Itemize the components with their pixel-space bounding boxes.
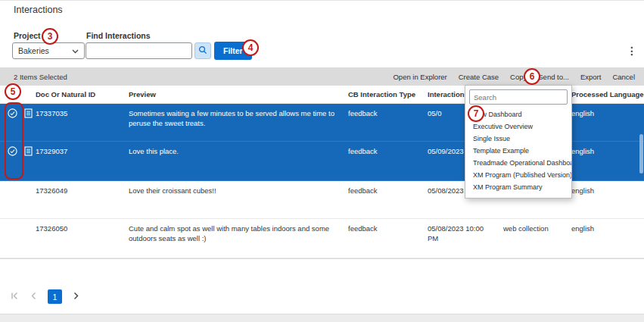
- send-to-menu-item-executive-overview[interactable]: Executive Overview: [465, 120, 571, 133]
- cell-interaction-type: feedback: [348, 181, 428, 218]
- cell-language: english: [571, 142, 644, 180]
- toolbar-action-create-case[interactable]: Create Case: [459, 73, 499, 81]
- annotation-circle-7: 7: [468, 105, 484, 122]
- chevron-right-icon: [73, 291, 79, 302]
- project-label: Project: [14, 31, 41, 40]
- find-interactions-label: Find Interactions: [86, 31, 151, 40]
- document-icon: [23, 219, 36, 258]
- row-selected-check-icon: [6, 181, 23, 218]
- cell-language: english: [571, 219, 644, 258]
- project-select-value: Bakeries: [18, 46, 72, 55]
- annotation-box: [5, 102, 23, 180]
- selection-count: 2 Items Selected: [14, 73, 67, 81]
- send-to-menu-item-xm-program-published-version[interactable]: XM Program (Published Version): [465, 169, 571, 181]
- first-page-button[interactable]: [11, 291, 19, 302]
- page-number-button[interactable]: 1: [48, 289, 62, 304]
- cell-language: english: [571, 104, 644, 141]
- column-header-cb-interaction-type[interactable]: CB Interaction Type: [348, 86, 428, 103]
- table-row[interactable]: 17326050Cute and calm spot as well with …: [0, 219, 644, 258]
- project-select[interactable]: Bakeries: [12, 42, 85, 59]
- annotation-circle-6: 6: [524, 68, 540, 85]
- cell-interaction-type: feedback: [348, 104, 428, 141]
- search-button[interactable]: [194, 42, 211, 59]
- document-icon[interactable]: [23, 104, 36, 141]
- cell-preview: Sometimes waiting a few minutes to be se…: [129, 104, 348, 141]
- annotation-circle-5: 5: [5, 83, 21, 100]
- overflow-menu-icon[interactable]: ⋮: [627, 45, 637, 57]
- table-scrollbar[interactable]: [639, 134, 643, 174]
- toolbar-action-open-in-explorer[interactable]: Open in Explorer: [393, 73, 446, 81]
- chevron-down-icon: [72, 46, 79, 55]
- pagination: 1: [11, 289, 79, 304]
- send-to-dropdown: New DashboardExecutive OverviewSingle Is…: [465, 85, 572, 199]
- next-page-button[interactable]: [73, 291, 79, 302]
- first-page-icon: [11, 291, 19, 302]
- footer-bar: [0, 314, 644, 322]
- send-to-menu-item-treadmade-operational-dashboard[interactable]: Treadmade Operational Dashboard: [465, 157, 571, 169]
- column-header-doc-or-natural-id[interactable]: Doc Or Natural ID: [36, 86, 129, 103]
- cell-preview: Cute and calm spot as well with many tab…: [129, 219, 348, 258]
- toolbar-action-export[interactable]: Export: [580, 73, 601, 81]
- search-icon: [198, 45, 207, 57]
- document-icon[interactable]: [23, 142, 36, 180]
- cell-preview: Love their croissant cubes!!: [129, 181, 348, 218]
- selection-toolbar: 2 Items Selected Open in ExplorerCreate …: [0, 67, 644, 86]
- cell-interaction-type: feedback: [348, 219, 428, 258]
- send-to-menu-item-xm-program-summary[interactable]: XM Program Summary: [465, 181, 571, 193]
- column-header-preview[interactable]: Preview: [129, 86, 348, 103]
- row-selected-check-icon: [6, 219, 23, 258]
- document-icon: [23, 181, 36, 218]
- interactions-page: Interactions Project Bakeries Find Inter…: [0, 0, 644, 322]
- annotation-circle-4: 4: [242, 39, 259, 56]
- cell-doc-id: 17337035: [36, 104, 129, 141]
- cell-interaction-time: 05/08/2023 10:00 PM: [428, 219, 503, 258]
- column-header-blank-1[interactable]: [23, 86, 36, 103]
- toolbar-action-send-to[interactable]: Send to...: [538, 73, 569, 81]
- send-to-menu-list: New DashboardExecutive OverviewSingle Is…: [465, 108, 571, 193]
- cell-interaction-type: feedback: [348, 142, 428, 180]
- cell-source: web collection: [503, 219, 571, 258]
- cell-doc-id: 17326050: [36, 219, 129, 258]
- cell-language: english: [571, 181, 644, 218]
- send-to-search-input[interactable]: [469, 89, 568, 105]
- send-to-menu-item-template-example[interactable]: Template Example: [465, 145, 571, 157]
- cell-preview: Love this place.: [129, 142, 348, 180]
- find-interactions-input[interactable]: [86, 42, 192, 59]
- page-title: Interactions: [14, 5, 63, 15]
- previous-page-button[interactable]: [30, 291, 36, 302]
- column-header-processed-language[interactable]: Processed Language: [571, 86, 644, 103]
- cell-doc-id: 17326049: [36, 181, 129, 218]
- page-header: Interactions: [0, 1, 644, 20]
- toolbar-actions: Open in ExplorerCreate CaseCopySend to..…: [393, 73, 644, 81]
- chevron-left-icon: [30, 291, 36, 302]
- annotation-circle-3: 3: [42, 28, 58, 45]
- send-to-menu-item-single-issue[interactable]: Single Issue: [465, 133, 571, 145]
- cell-doc-id: 17329037: [36, 142, 129, 180]
- filter-bar: Project Bakeries Find Interactions Filte…: [0, 20, 644, 67]
- toolbar-action-cancel[interactable]: Cancel: [612, 73, 635, 81]
